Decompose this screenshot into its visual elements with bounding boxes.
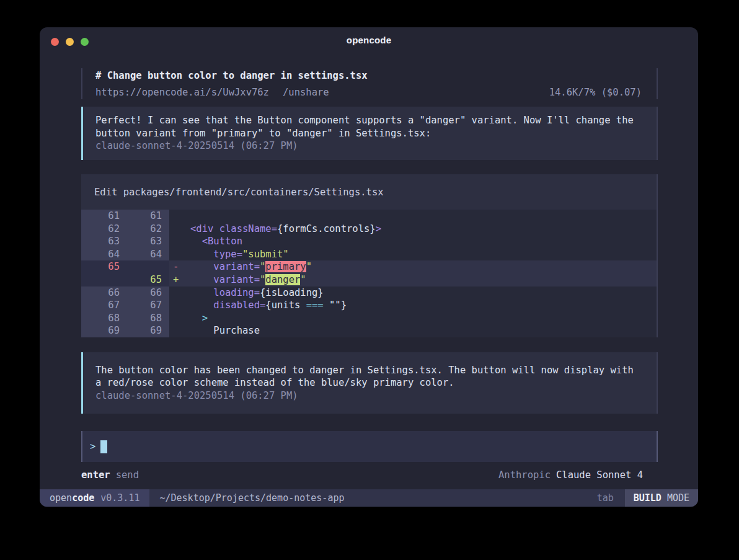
diff-row: 6464 type="submit" [81, 248, 657, 261]
old-line-number: 67 [81, 299, 120, 312]
old-line-number: 62 [81, 223, 120, 236]
diff-change-marker [169, 223, 182, 236]
old-line-number [81, 273, 120, 287]
diff-code-line: variant="primary" [182, 260, 312, 273]
diff-code-segment: ""} [329, 300, 347, 311]
diff-code-line: > [182, 312, 208, 325]
tab-key-hint: tab [597, 489, 614, 507]
new-line-number: 64 [120, 248, 162, 261]
diff-row: 6868 > [81, 312, 657, 325]
context-usage-stats: 14.6K/7% ($0.07) [549, 86, 642, 99]
old-line-number: 65 [81, 260, 120, 273]
diff-line-number-gutter: 6666 [81, 287, 169, 300]
new-line-number: 65 [120, 273, 162, 287]
diff-change-marker [169, 248, 182, 261]
prompt-input[interactable]: > [81, 431, 658, 462]
diff-code-segment [190, 300, 213, 311]
diff-code-line: <Button [182, 235, 242, 248]
diff-row: 6262<div className={formCs.controls}> [81, 223, 657, 236]
diff-code-segment: disabled= [213, 300, 265, 311]
assistant-message: Perfect! I can see that the Button compo… [81, 107, 658, 160]
model-label: Claude Sonnet 4 [556, 469, 643, 482]
session-header: # Change button color to danger in setti… [81, 68, 658, 99]
diff-code-segment [190, 287, 213, 298]
diff-row: 65- variant="primary" [81, 260, 657, 273]
diff-row: 65+ variant="danger" [81, 273, 657, 287]
diff-code-line: disabled={units === ""} [182, 299, 347, 312]
diff-code-segment: "submit" [242, 249, 289, 260]
diff-line-number-gutter: 65 [81, 260, 169, 273]
text-cursor [100, 440, 107, 453]
enter-key-hint: enter [81, 469, 110, 482]
diff-code-segment: {isLoading} [260, 287, 324, 298]
share-url-link[interactable]: https://opencode.ai/s/UwJxv76z [95, 86, 269, 99]
diff-code-line: Purchase [182, 324, 260, 337]
diff-code-segment: {formCs.controls} [277, 223, 376, 234]
new-line-number: 62 [120, 223, 162, 236]
diff-change-marker: - [169, 260, 182, 273]
diff-line-number-gutter: 6868 [81, 312, 169, 325]
diff-code-segment [190, 274, 213, 285]
old-line-number: 63 [81, 235, 120, 248]
diff-code-segment: loading= [213, 287, 260, 298]
diff-view: 61616262<div className={formCs.controls}… [81, 210, 657, 337]
new-line-number: 69 [120, 324, 162, 337]
prompt-symbol: > [90, 441, 95, 452]
new-line-number: 66 [120, 287, 162, 300]
old-line-number: 68 [81, 312, 120, 325]
diff-code-segment: " [260, 274, 265, 285]
provider-label: Anthropic [498, 469, 551, 482]
diff-row: 6969 Purchase [81, 324, 657, 337]
diff-change-marker: + [169, 273, 182, 287]
edit-tool-panel: Edit packages/frontend/src/containers/Se… [81, 174, 658, 337]
diff-change-marker [169, 299, 182, 312]
unshare-command[interactable]: /unshare [283, 86, 329, 99]
old-line-number: 61 [81, 210, 120, 223]
diff-line-number-gutter: 6767 [81, 299, 169, 312]
old-line-number: 64 [81, 248, 120, 261]
message-model-timestamp: claude-sonnet-4-20250514 (06:27 PM) [95, 140, 642, 153]
diff-code-line: loading={isLoading} [182, 287, 324, 300]
new-line-number [120, 260, 162, 273]
window-title: opencode [40, 35, 698, 45]
new-line-number: 63 [120, 235, 162, 248]
new-line-number: 68 [120, 312, 162, 325]
diff-code-line [182, 210, 190, 223]
diff-code-segment: <div className= [190, 223, 277, 234]
mode-build-label: BUILD [634, 492, 662, 504]
diff-code-segment: primary [265, 261, 306, 272]
diff-change-marker [169, 312, 182, 325]
diff-code-segment: {units [265, 300, 306, 311]
opencode-terminal-window: opencode # Change button color to danger… [40, 27, 698, 507]
diff-code-segment: " [260, 261, 265, 272]
diff-code-segment: type= [213, 249, 242, 260]
diff-code-segment: danger [265, 274, 300, 285]
diff-change-marker [169, 235, 182, 248]
assistant-message: The button color has been changed to dan… [81, 352, 658, 414]
diff-code-segment: === [306, 300, 324, 311]
message-text-line: button variant from "primary" to "danger… [95, 127, 642, 140]
window-titlebar: opencode [40, 27, 698, 55]
diff-code-segment [324, 300, 329, 311]
app-name-open: open [50, 492, 72, 504]
diff-change-marker [169, 287, 182, 300]
diff-row: 6767 disabled={units === ""} [81, 299, 657, 312]
diff-code-segment: Purchase [190, 325, 260, 336]
diff-line-number-gutter: 6262 [81, 223, 169, 236]
edit-tool-title: Edit packages/frontend/src/containers/Se… [81, 174, 657, 210]
app-name-code: code [72, 492, 94, 504]
diff-code-segment: " [306, 261, 312, 272]
diff-code-line: variant="danger" [182, 273, 306, 287]
diff-line-number-gutter: 6161 [81, 210, 169, 223]
diff-code-segment: variant= [213, 261, 260, 272]
mode-word-label: MODE [667, 492, 689, 504]
diff-line-number-gutter: 6363 [81, 235, 169, 248]
diff-line-number-gutter: 65 [81, 273, 169, 287]
message-text-line: The button color has been changed to dan… [95, 364, 642, 377]
diff-code-segment [190, 249, 213, 260]
diff-code-segment [190, 261, 213, 272]
diff-code-line: <div className={formCs.controls}> [182, 223, 381, 236]
diff-code-segment: <Button [202, 236, 242, 247]
mode-badge[interactable]: BUILD MODE [625, 489, 698, 507]
diff-row: 6363 <Button [81, 235, 657, 248]
